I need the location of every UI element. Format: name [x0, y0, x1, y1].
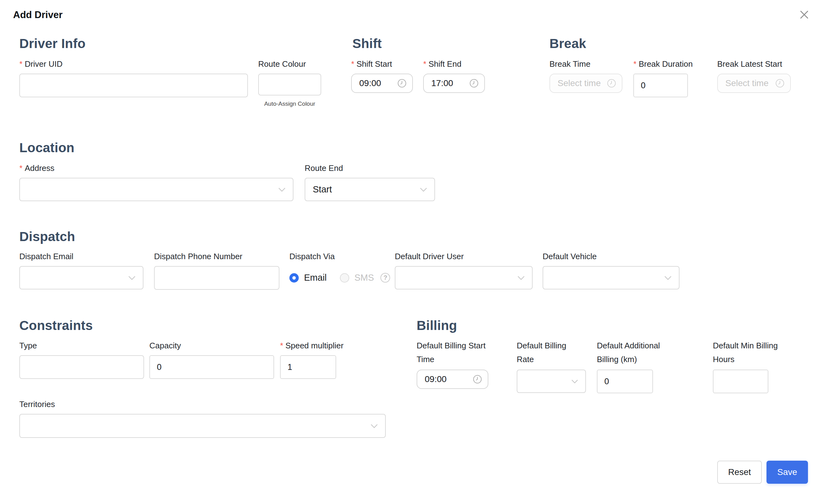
break-latest-start-placeholder: Select time — [725, 78, 769, 88]
field-shift-start: *Shift Start 09:00 — [351, 57, 413, 93]
field-route-colour: Route Colour Auto-Assign Colour — [258, 57, 321, 107]
chevron-down-icon — [128, 276, 136, 281]
break-latest-start-input[interactable]: Select time — [717, 74, 791, 93]
shift-end-label: Shift End — [428, 59, 461, 69]
field-route-end: Route End Start — [305, 161, 435, 201]
driver-uid-input[interactable] — [19, 74, 248, 97]
dispatch-phone-label: Dispatch Phone Number — [154, 249, 280, 263]
chevron-down-icon — [664, 276, 672, 281]
section-title-location: Location — [19, 140, 74, 155]
clock-icon — [397, 79, 407, 88]
required-asterisk: * — [351, 59, 354, 69]
radio-option-sms[interactable]: SMS ? — [340, 273, 390, 283]
driver-uid-label: Driver UID — [25, 59, 62, 69]
field-default-vehicle: Default Vehicle — [542, 249, 680, 290]
default-vehicle-select[interactable] — [542, 266, 680, 290]
field-dispatch-via: Dispatch Via Email SMS ? — [289, 249, 390, 290]
field-shift-end: *Shift End 17:00 — [423, 57, 485, 93]
territories-label: Territories — [19, 397, 386, 411]
dispatch-email-select[interactable] — [19, 266, 143, 290]
address-label: Address — [25, 163, 54, 173]
speed-multiplier-input[interactable] — [280, 355, 336, 379]
route-end-select-value: Start — [313, 184, 332, 194]
auto-assign-colour-link[interactable]: Auto-Assign Colour — [258, 100, 321, 107]
capacity-input[interactable] — [149, 355, 274, 379]
field-driver-uid: *Driver UID — [19, 57, 248, 97]
dispatch-via-label: Dispatch Via — [289, 249, 390, 263]
required-asterisk: * — [423, 59, 426, 69]
chevron-down-icon — [517, 276, 525, 281]
billing-rate-label: Default Billing Rate — [517, 339, 579, 366]
shift-end-value: 17:00 — [431, 78, 453, 88]
required-asterisk: * — [633, 59, 637, 69]
required-asterisk: * — [19, 59, 22, 69]
break-latest-start-label: Break Latest Start — [717, 57, 791, 71]
min-billing-hours-label: Default Min Billing Hours — [713, 339, 791, 366]
question-circle-icon[interactable]: ? — [380, 273, 390, 283]
break-time-input[interactable]: Select time — [549, 74, 623, 93]
field-type: Type — [19, 339, 144, 379]
additional-billing-input[interactable] — [597, 370, 653, 393]
field-break-time: Break Time Select time — [549, 57, 623, 93]
reset-button[interactable]: Reset — [717, 461, 762, 484]
dialog-title: Add Driver — [13, 9, 62, 21]
field-address: *Address — [19, 161, 294, 201]
route-colour-input[interactable] — [258, 74, 321, 95]
required-asterisk: * — [280, 341, 283, 350]
type-label: Type — [19, 339, 144, 353]
radio-email-label: Email — [304, 273, 327, 283]
break-time-label: Break Time — [549, 57, 623, 71]
default-driver-user-label: Default Driver User — [395, 249, 533, 263]
route-end-select[interactable]: Start — [305, 178, 435, 201]
section-title-shift: Shift — [352, 36, 382, 51]
default-vehicle-label: Default Vehicle — [542, 249, 680, 263]
route-colour-label: Route Colour — [258, 57, 321, 71]
radio-sms-label: SMS — [355, 273, 374, 283]
address-select[interactable] — [19, 178, 294, 201]
dispatch-via-radio-group: Email SMS ? — [289, 266, 390, 290]
field-territories: Territories — [19, 397, 386, 438]
chevron-down-icon — [419, 187, 428, 192]
shift-start-label: Shift Start — [356, 59, 392, 69]
shift-start-input[interactable]: 09:00 — [351, 74, 413, 93]
billing-start-time-value: 09:00 — [425, 374, 447, 384]
chevron-down-icon — [278, 187, 286, 192]
shift-end-input[interactable]: 17:00 — [423, 74, 485, 93]
section-title-dispatch: Dispatch — [19, 229, 75, 244]
break-duration-input[interactable] — [633, 74, 688, 97]
break-duration-label: Break Duration — [639, 59, 693, 69]
dispatch-email-label: Dispatch Email — [19, 249, 143, 263]
billing-rate-select[interactable] — [517, 370, 586, 393]
field-min-billing-hours: Default Min Billing Hours — [713, 339, 768, 393]
radio-unselected-icon — [340, 273, 349, 283]
dispatch-phone-input[interactable] — [154, 266, 280, 290]
radio-selected-icon — [289, 273, 299, 283]
clock-icon — [473, 375, 482, 384]
clock-icon — [469, 79, 479, 88]
chevron-down-icon — [370, 424, 378, 429]
field-additional-billing: Default Additional Billing (km) — [597, 339, 653, 393]
field-default-driver-user: Default Driver User — [395, 249, 533, 290]
clock-icon — [607, 79, 616, 88]
chevron-down-icon — [571, 379, 578, 384]
route-end-label: Route End — [305, 161, 435, 175]
clock-icon — [775, 79, 785, 88]
type-input[interactable] — [19, 355, 144, 379]
capacity-label: Capacity — [149, 339, 274, 353]
default-driver-user-select[interactable] — [395, 266, 533, 290]
radio-option-email[interactable]: Email — [289, 273, 327, 283]
field-billing-start-time: Default Billing Start Time 09:00 — [417, 339, 488, 389]
min-billing-hours-input[interactable] — [713, 370, 768, 393]
close-icon[interactable] — [796, 7, 812, 22]
section-title-break: Break — [549, 36, 586, 51]
field-billing-rate: Default Billing Rate — [517, 339, 586, 393]
additional-billing-label: Default Additional Billing (km) — [597, 339, 672, 366]
billing-start-time-input[interactable]: 09:00 — [417, 370, 488, 389]
field-speed-multiplier: *Speed multiplier — [280, 339, 336, 379]
field-capacity: Capacity — [149, 339, 274, 379]
save-button[interactable]: Save — [767, 461, 808, 484]
break-time-placeholder: Select time — [557, 78, 601, 88]
territories-select[interactable] — [19, 414, 386, 438]
add-driver-dialog: Add Driver Driver Info *Driver UID Route… — [0, 0, 822, 504]
billing-start-time-label: Default Billing Start Time — [417, 339, 498, 366]
